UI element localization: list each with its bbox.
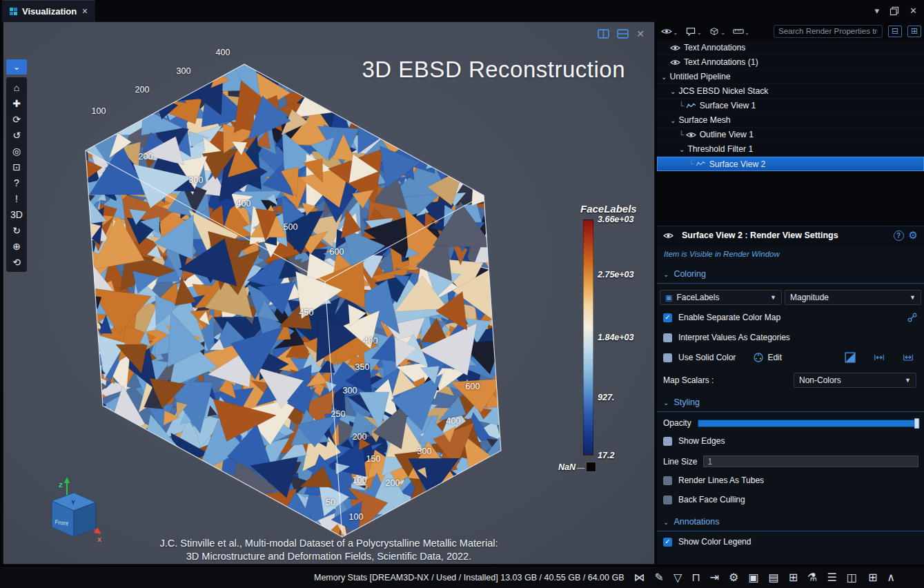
tree-item-surface-mesh[interactable]: ⌄Surface Mesh xyxy=(657,113,924,128)
split-view-icon[interactable]: ◫ xyxy=(847,572,857,583)
data-structure-icon[interactable]: ▣ xyxy=(748,572,758,583)
component-select[interactable]: Magnitude ▼ xyxy=(785,290,921,305)
chevron-down-icon[interactable]: ⌄ xyxy=(670,88,676,95)
ebsd-volume-render[interactable] xyxy=(61,54,517,551)
color-legend: FaceLabels 3.66e+032.75e+031.84e+03927.1… xyxy=(580,203,655,472)
rescale-custom-range-icon[interactable] xyxy=(874,352,885,363)
chevron-down-icon[interactable]: ⌄ xyxy=(679,146,685,153)
chevron-down-icon[interactable]: ⌄ xyxy=(661,73,667,81)
speech-bubble-icon xyxy=(685,27,696,36)
zoom-box-icon[interactable]: ⊡ xyxy=(6,159,27,175)
render-viewport[interactable]: 4003002001002003004005006004504003503002… xyxy=(3,21,655,565)
edit-data-icon[interactable]: ✎ xyxy=(655,572,664,583)
opacity-slider[interactable] xyxy=(698,420,920,427)
settings-gear-icon[interactable]: ⚙ xyxy=(729,572,738,583)
close-window-icon[interactable]: ✕ xyxy=(910,6,917,16)
gear-icon[interactable]: ⚙ xyxy=(909,229,918,242)
pan-icon[interactable]: ✚ xyxy=(6,95,27,111)
check-icon: ✓ xyxy=(665,538,670,545)
experiment-flask-icon[interactable]: ⚗ xyxy=(807,572,817,583)
tree-item-label: Surface Mesh xyxy=(678,115,730,125)
chevron-down-icon: ⌄ xyxy=(663,399,669,406)
check-icon: ✓ xyxy=(665,314,670,321)
close-tab-icon[interactable]: ✕ xyxy=(81,7,88,16)
tree-item-label: JCS EBSD Nickel Stack xyxy=(678,86,768,96)
stats-table-icon[interactable]: ▤ xyxy=(769,572,779,583)
eye-icon[interactable] xyxy=(686,131,696,139)
opacity-slider-handle[interactable] xyxy=(914,418,919,429)
reset-view-icon[interactable]: ⌂ xyxy=(6,79,27,95)
rotate-cw-icon[interactable]: ⟳ xyxy=(6,111,27,127)
toolbar-collapse-button[interactable]: ⌄ xyxy=(6,59,27,75)
rotate-90-ccw-icon[interactable]: ⟲ xyxy=(6,254,27,270)
chevron-down-icon[interactable]: ▾ xyxy=(875,6,880,16)
zoom-in-icon[interactable]: ⊕ xyxy=(6,238,27,254)
annotate-cursor-icon[interactable]: ! xyxy=(6,190,27,206)
close-view-icon[interactable]: ✕ xyxy=(636,28,645,39)
search-input[interactable] xyxy=(774,25,883,38)
line-size-label: Line Size xyxy=(663,457,697,467)
layout-grid-icon[interactable]: ⊞ xyxy=(868,572,877,583)
section-styling[interactable]: ⌄ Styling xyxy=(657,395,924,412)
export-icon[interactable]: ⇥ xyxy=(710,572,719,583)
tree-item-text-annotations[interactable]: Text Annotations xyxy=(657,41,924,55)
tree-item-text-annotations-1[interactable]: Text Annotations (1) xyxy=(657,55,924,70)
tree-item-surface-view-2[interactable]: └Surface View 2 xyxy=(657,157,924,171)
render-lines-as-tubes-checkbox[interactable] xyxy=(663,476,672,485)
mode-3d-2d-toggle[interactable]: 3D xyxy=(6,206,27,222)
rotate-90-cw-icon[interactable]: ↻ xyxy=(6,222,27,238)
split-horizontal-icon[interactable] xyxy=(617,29,629,39)
show-edges-checkbox[interactable] xyxy=(663,437,672,446)
pipeline-icon[interactable]: ⊓ xyxy=(691,572,700,583)
expand-all-button[interactable]: ⊞ xyxy=(907,26,921,37)
section-coloring[interactable]: ⌄ Coloring xyxy=(657,267,924,284)
back-face-culling-checkbox[interactable] xyxy=(663,496,672,504)
geometries-dropdown[interactable]: ⌄ xyxy=(707,26,727,37)
collapse-panel-icon[interactable]: ∧ xyxy=(887,572,895,583)
menu-list-icon[interactable]: ☰ xyxy=(827,572,836,583)
line-size-input[interactable] xyxy=(703,455,918,467)
eye-icon[interactable] xyxy=(670,59,680,66)
map-scalars-select[interactable]: Non-Colors ▼ xyxy=(794,373,916,388)
array-select[interactable]: ▣ FaceLabels ▼ xyxy=(660,290,782,305)
tree-item-threshold-filter-1[interactable]: ⌄Threshold Filter 1 xyxy=(657,142,924,157)
rescale-to-data-icon[interactable] xyxy=(845,352,856,363)
tab-visualization[interactable]: Visualization ✕ xyxy=(2,0,95,21)
enable-separate-color-map-row: ✓ Enable Separate Color Map xyxy=(657,306,924,327)
view-presets-dropdown[interactable]: ⌄ xyxy=(660,26,680,37)
help-icon[interactable]: ? xyxy=(894,231,904,241)
rescale-visible-range-icon[interactable] xyxy=(903,352,914,363)
use-solid-color-checkbox[interactable] xyxy=(663,353,672,362)
orbit-icon[interactable]: ◎ xyxy=(6,143,27,159)
filter-icon[interactable]: ▽ xyxy=(674,572,682,583)
enable-separate-color-map-checkbox[interactable]: ✓ xyxy=(663,313,672,322)
show-color-legend-checkbox[interactable]: ✓ xyxy=(663,538,672,547)
orientation-axes-widget[interactable]: Z Y Front X xyxy=(39,473,108,545)
component-select-value: Magnitude xyxy=(790,293,829,302)
eye-icon[interactable] xyxy=(670,44,680,52)
eye-icon[interactable] xyxy=(663,232,674,239)
tree-item-surface-view-1[interactable]: └Surface View 1 xyxy=(657,99,924,113)
color-map-link-icon[interactable] xyxy=(907,312,918,323)
tree-item-jcs-ebsd-nickel-stack[interactable]: ⌄JCS EBSD Nickel Stack xyxy=(657,84,924,99)
measurements-dropdown[interactable]: ⌄ xyxy=(731,26,751,37)
add-view-icon[interactable]: ⊞ xyxy=(789,572,798,583)
tree-item-outline-view-1[interactable]: └Outline View 1 xyxy=(657,128,924,142)
section-annotations[interactable]: ⌄ Annotations xyxy=(657,515,924,531)
memory-swap-icon[interactable]: ⋈ xyxy=(634,572,645,583)
edit-color-map-button[interactable]: Edit xyxy=(753,352,782,363)
annotations-dropdown[interactable]: ⌄ xyxy=(684,26,704,37)
opacity-row: Opacity xyxy=(657,412,924,431)
collapse-all-button[interactable]: ⊟ xyxy=(888,26,902,37)
undo-icon[interactable]: ↺ xyxy=(6,127,27,143)
split-vertical-icon[interactable] xyxy=(598,29,609,39)
chevron-down-icon[interactable]: ⌄ xyxy=(670,117,676,124)
tree-connector: └ xyxy=(679,130,684,139)
query-cursor-icon[interactable]: ? xyxy=(6,175,27,190)
array-type-icon: ▣ xyxy=(665,293,672,302)
chevron-down-icon: ⌄ xyxy=(720,30,726,36)
interpret-categories-checkbox[interactable] xyxy=(663,333,672,342)
render-properties-tree: Text AnnotationsText Annotations (1)⌄Unt… xyxy=(657,41,924,171)
tree-item-untitled-pipeline[interactable]: ⌄Untitled Pipeline xyxy=(657,70,924,84)
cascade-windows-icon[interactable] xyxy=(889,6,899,16)
